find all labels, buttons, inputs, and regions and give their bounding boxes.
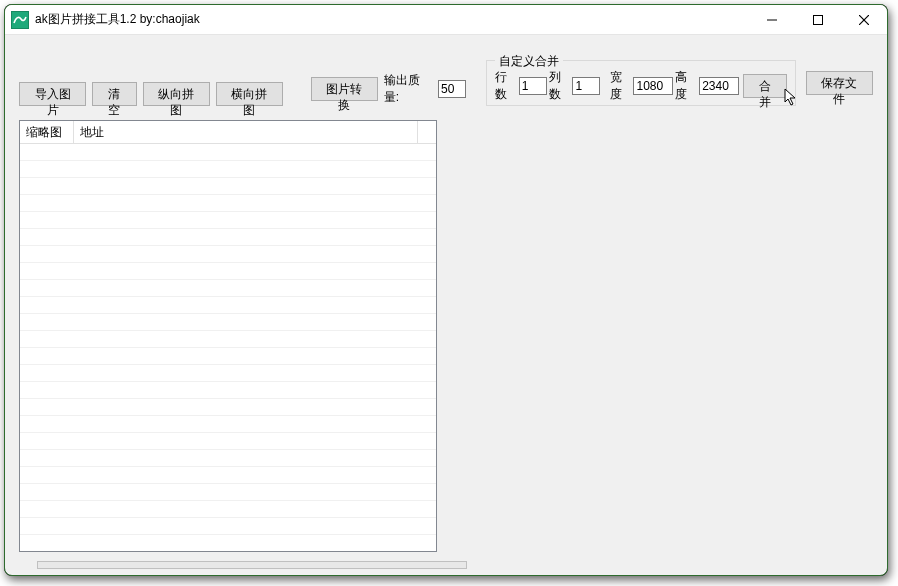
list-row [20, 144, 436, 161]
horizontal-stitch-button[interactable]: 横向拼图 [216, 82, 283, 106]
cols-label: 列数 [549, 69, 571, 103]
col-spacer [418, 121, 436, 144]
list-row [20, 297, 436, 314]
list-row [20, 314, 436, 331]
quality-input[interactable] [438, 80, 466, 98]
col-thumbnail[interactable]: 缩略图 [20, 121, 74, 144]
custom-merge-group: 自定义合并 行数 列数 宽度 高度 合并 [486, 60, 796, 106]
list-row [20, 161, 436, 178]
list-row [20, 195, 436, 212]
cols-input[interactable] [572, 77, 600, 95]
width-label: 宽度 [610, 69, 632, 103]
list-row [20, 518, 436, 535]
list-row [20, 178, 436, 195]
list-row [20, 399, 436, 416]
merge-button[interactable]: 合并 [743, 74, 787, 98]
list-row [20, 229, 436, 246]
client-area: 导入图片 清空 纵向拼图 横向拼图 图片转换 输出质量: 自定义合并 行数 列数… [5, 35, 887, 575]
list-row [20, 280, 436, 297]
app-icon [11, 11, 29, 29]
toolbar: 导入图片 清空 纵向拼图 横向拼图 图片转换 输出质量: 自定义合并 行数 列数… [19, 47, 873, 106]
list-row [20, 433, 436, 450]
list-row [20, 535, 436, 551]
custom-merge-title: 自定义合并 [495, 53, 563, 70]
rows-label: 行数 [495, 69, 517, 103]
list-body[interactable] [20, 144, 436, 551]
list-row [20, 467, 436, 484]
maximize-button[interactable] [795, 5, 841, 34]
width-input[interactable] [633, 77, 673, 95]
status-bar [37, 561, 467, 569]
image-list[interactable]: 缩略图 地址 [19, 120, 437, 552]
list-row [20, 365, 436, 382]
main-window: ak图片拼接工具1.2 by:chaojiak 导入图片 清空 纵向拼图 横向拼… [4, 4, 888, 576]
list-row [20, 246, 436, 263]
height-input[interactable] [699, 77, 739, 95]
rows-input[interactable] [519, 77, 547, 95]
list-row [20, 416, 436, 433]
convert-button[interactable]: 图片转换 [311, 77, 378, 101]
window-title: ak图片拼接工具1.2 by:chaojiak [35, 11, 200, 28]
list-row [20, 484, 436, 501]
save-button[interactable]: 保存文件 [806, 71, 873, 95]
titlebar[interactable]: ak图片拼接工具1.2 by:chaojiak [5, 5, 887, 35]
list-row [20, 331, 436, 348]
list-row [20, 501, 436, 518]
list-row [20, 263, 436, 280]
window-controls [749, 5, 887, 34]
quality-label: 输出质量: [384, 72, 432, 106]
close-button[interactable] [841, 5, 887, 34]
col-path[interactable]: 地址 [74, 121, 418, 144]
minimize-button[interactable] [749, 5, 795, 34]
list-row [20, 382, 436, 399]
vertical-stitch-button[interactable]: 纵向拼图 [143, 82, 210, 106]
clear-button[interactable]: 清空 [92, 82, 137, 106]
list-row [20, 450, 436, 467]
list-header: 缩略图 地址 [20, 121, 436, 144]
list-row [20, 212, 436, 229]
svg-rect-1 [814, 15, 823, 24]
import-button[interactable]: 导入图片 [19, 82, 86, 106]
height-label: 高度 [675, 69, 697, 103]
list-row [20, 348, 436, 365]
